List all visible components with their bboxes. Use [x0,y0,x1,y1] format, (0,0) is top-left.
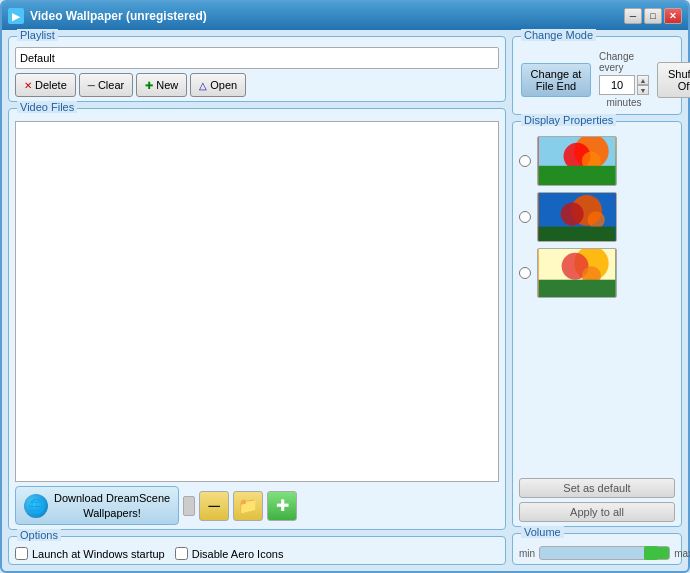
shuffle-button[interactable]: Shuffle Off [657,62,690,98]
spinner-buttons: ▲ ▼ [637,75,649,95]
disable-aero-wrap: Disable Aero Icons [175,547,284,560]
minimize-button[interactable]: ─ [624,8,642,24]
new-button[interactable]: ✚ New [136,73,187,97]
svg-point-8 [588,211,605,228]
display-prop-item-1 [519,136,675,186]
display-prop-thumb-1[interactable] [537,136,617,186]
add-item-button[interactable]: ✚ [267,491,297,521]
playlist-name-input[interactable] [15,47,499,69]
video-files-label: Video Files [17,101,77,113]
apply-to-all-button[interactable]: Apply to all [519,502,675,522]
dreamscene-label: Download DreamSceneWallpapers! [54,491,170,520]
shuffle-label: Shuffle Off [668,68,690,92]
minutes-label: minutes [606,97,641,108]
separator-handle[interactable] [183,496,195,516]
flower-image-2 [538,193,616,241]
flower-image-3 [538,249,616,297]
folder-icon: 📁 [238,496,258,515]
main-content: Playlist ✕ Delete ─ Clear ✚ New [2,30,688,571]
video-files-bottom: 🌐 Download DreamSceneWallpapers! ─ 📁 ✚ [15,486,499,525]
volume-group: Volume min max [512,533,682,565]
options-row: Launch at Windows startup Disable Aero I… [15,547,499,560]
playlist-name-row [15,47,499,69]
change-every-label: Change every [599,51,649,73]
volume-row: min max [519,546,675,560]
display-prop-thumb-3[interactable] [537,248,617,298]
left-panel: Playlist ✕ Delete ─ Clear ✚ New [8,36,506,565]
disable-aero-label: Disable Aero Icons [192,548,284,560]
volume-max-label: max [674,548,690,559]
volume-min-label: min [519,548,535,559]
dreamscene-button[interactable]: 🌐 Download DreamSceneWallpapers! [15,486,179,525]
plus-icon: ✚ [276,496,289,515]
display-properties-group: Display Properties [512,121,682,527]
display-props-buttons: Set as default Apply to all [519,478,675,522]
change-at-end-label: Change atFile End [531,68,582,92]
svg-rect-4 [539,166,616,185]
clear-icon: ─ [88,80,95,91]
title-bar: ▶ Video Wallpaper (unregistered) ─ □ ✕ [2,2,688,30]
display-prop-radio-1[interactable] [519,155,531,167]
delete-button[interactable]: ✕ Delete [15,73,76,97]
flower-image-1 [538,137,616,185]
maximize-button[interactable]: □ [644,8,662,24]
video-files-list [15,121,499,482]
right-panel: Change Mode Change atFile End Change eve… [512,36,682,565]
playlist-label: Playlist [17,29,58,41]
window-controls: ─ □ ✕ [624,8,682,24]
set-as-default-button[interactable]: Set as default [519,478,675,498]
window-title: Video Wallpaper (unregistered) [30,9,624,23]
display-properties-label: Display Properties [521,114,616,126]
delete-icon: ✕ [24,80,32,91]
change-mode-label: Change Mode [521,29,596,41]
add-folder-button[interactable]: 📁 [233,491,263,521]
svg-rect-9 [539,227,616,241]
launch-startup-wrap: Launch at Windows startup [15,547,165,560]
svg-point-7 [561,203,584,226]
new-icon: ✚ [145,80,153,91]
options-label: Options [17,529,61,541]
playlist-group: Playlist ✕ Delete ─ Clear ✚ New [8,36,506,102]
launch-startup-checkbox[interactable] [15,547,28,560]
display-prop-radio-3[interactable] [519,267,531,279]
display-props-list [519,136,675,472]
video-files-group: Video Files 🌐 Download DreamSceneWallpap… [8,108,506,530]
remove-item-button[interactable]: ─ [199,491,229,521]
globe-icon: 🌐 [24,494,48,518]
change-every-section: Change every ▲ ▼ minutes [599,51,649,108]
playlist-buttons: ✕ Delete ─ Clear ✚ New △ Open [15,73,499,97]
display-prop-radio-2[interactable] [519,211,531,223]
options-group: Options Launch at Windows startup Disabl… [8,536,506,565]
minus-icon: ─ [209,497,220,515]
main-window: ▶ Video Wallpaper (unregistered) ─ □ ✕ P… [0,0,690,573]
open-icon: △ [199,80,207,91]
svg-rect-14 [539,280,616,297]
close-button[interactable]: ✕ [664,8,682,24]
display-prop-item-3 [519,248,675,298]
minutes-spinner: ▲ ▼ [599,75,649,95]
change-at-end-button[interactable]: Change atFile End [521,63,591,97]
spin-down-button[interactable]: ▼ [637,85,649,95]
volume-slider[interactable] [539,546,670,560]
volume-label: Volume [521,526,564,538]
change-mode-group: Change Mode Change atFile End Change eve… [512,36,682,115]
display-prop-thumb-2[interactable] [537,192,617,242]
display-prop-item-2 [519,192,675,242]
launch-startup-label: Launch at Windows startup [32,548,165,560]
clear-button[interactable]: ─ Clear [79,73,133,97]
minutes-input[interactable] [599,75,635,95]
spin-up-button[interactable]: ▲ [637,75,649,85]
disable-aero-checkbox[interactable] [175,547,188,560]
open-button[interactable]: △ Open [190,73,246,97]
app-icon: ▶ [8,8,24,24]
